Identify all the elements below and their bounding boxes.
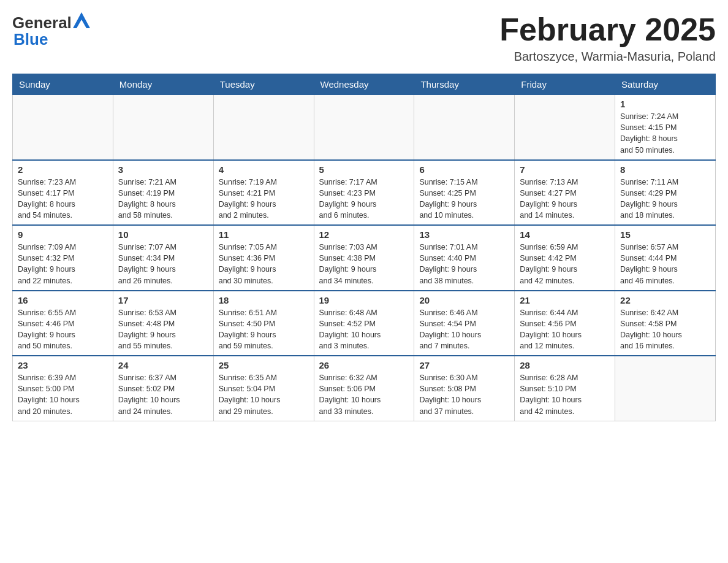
day-info: Sunrise: 6:46 AMSunset: 4:54 PMDaylight:… [419, 307, 509, 352]
day-number: 7 [520, 164, 610, 175]
day-info: Sunrise: 7:09 AMSunset: 4:32 PMDaylight:… [18, 242, 108, 286]
calendar-cell: 1Sunrise: 7:24 AMSunset: 4:15 PMDaylight… [615, 95, 716, 160]
day-info: Sunrise: 6:59 AMSunset: 4:42 PMDaylight:… [520, 242, 610, 286]
day-number: 28 [520, 360, 610, 370]
calendar-cell [213, 95, 314, 160]
day-number: 5 [319, 164, 409, 175]
calendar-cell: 23Sunrise: 6:39 AMSunset: 5:00 PMDayligh… [13, 356, 113, 421]
calendar-cell: 24Sunrise: 6:37 AMSunset: 5:02 PMDayligh… [113, 356, 213, 421]
calendar-cell: 5Sunrise: 7:17 AMSunset: 4:23 PMDaylight… [314, 160, 414, 226]
day-info: Sunrise: 6:55 AMSunset: 4:46 PMDaylight:… [18, 307, 108, 352]
day-info: Sunrise: 6:51 AMSunset: 4:50 PMDaylight:… [219, 307, 309, 352]
calendar-cell [113, 95, 213, 160]
day-info: Sunrise: 7:03 AMSunset: 4:38 PMDaylight:… [319, 242, 409, 286]
day-number: 3 [118, 164, 208, 175]
day-number: 11 [219, 229, 309, 240]
day-info: Sunrise: 7:19 AMSunset: 4:21 PMDaylight:… [219, 177, 309, 221]
calendar-cell: 18Sunrise: 6:51 AMSunset: 4:50 PMDayligh… [213, 291, 314, 356]
day-number: 20 [419, 295, 509, 305]
day-info: Sunrise: 6:57 AMSunset: 4:44 PMDaylight:… [620, 242, 710, 286]
calendar-cell: 4Sunrise: 7:19 AMSunset: 4:21 PMDaylight… [213, 160, 314, 226]
calendar-cell [615, 356, 716, 421]
day-info: Sunrise: 7:17 AMSunset: 4:23 PMDaylight:… [319, 177, 409, 221]
weekday-header-thursday: Thursday [414, 74, 515, 95]
calendar-cell: 11Sunrise: 7:05 AMSunset: 4:36 PMDayligh… [213, 225, 314, 291]
week-row-2: 2Sunrise: 7:23 AMSunset: 4:17 PMDaylight… [13, 160, 716, 226]
logo-blue-text: Blue [13, 30, 48, 48]
weekday-header-wednesday: Wednesday [314, 74, 414, 95]
calendar-cell: 16Sunrise: 6:55 AMSunset: 4:46 PMDayligh… [13, 291, 113, 356]
weekday-header-friday: Friday [515, 74, 615, 95]
calendar-cell [414, 95, 515, 160]
calendar-cell: 25Sunrise: 6:35 AMSunset: 5:04 PMDayligh… [213, 356, 314, 421]
day-info: Sunrise: 6:37 AMSunset: 5:02 PMDaylight:… [118, 372, 208, 417]
calendar-cell [515, 95, 615, 160]
week-row-1: 1Sunrise: 7:24 AMSunset: 4:15 PMDaylight… [13, 95, 716, 160]
calendar-cell: 21Sunrise: 6:44 AMSunset: 4:56 PMDayligh… [515, 291, 615, 356]
day-info: Sunrise: 7:15 AMSunset: 4:25 PMDaylight:… [419, 177, 509, 221]
calendar-cell: 2Sunrise: 7:23 AMSunset: 4:17 PMDaylight… [13, 160, 113, 226]
title-section: February 2025 Bartoszyce, Warmia-Masuria… [499, 12, 716, 64]
calendar-cell: 27Sunrise: 6:30 AMSunset: 5:08 PMDayligh… [414, 356, 515, 421]
calendar-cell: 15Sunrise: 6:57 AMSunset: 4:44 PMDayligh… [615, 225, 716, 291]
day-number: 24 [118, 360, 208, 370]
calendar-cell: 26Sunrise: 6:32 AMSunset: 5:06 PMDayligh… [314, 356, 414, 421]
day-number: 25 [219, 360, 309, 370]
calendar-table: SundayMondayTuesdayWednesdayThursdayFrid… [12, 74, 716, 421]
day-info: Sunrise: 6:44 AMSunset: 4:56 PMDaylight:… [520, 307, 610, 352]
day-info: Sunrise: 7:01 AMSunset: 4:40 PMDaylight:… [419, 242, 509, 286]
day-info: Sunrise: 7:07 AMSunset: 4:34 PMDaylight:… [118, 242, 208, 286]
weekday-header-saturday: Saturday [615, 74, 716, 95]
logo: General Blue [12, 12, 90, 49]
day-number: 1 [620, 99, 710, 109]
day-info: Sunrise: 6:35 AMSunset: 5:04 PMDaylight:… [219, 372, 309, 417]
week-row-3: 9Sunrise: 7:09 AMSunset: 4:32 PMDaylight… [13, 225, 716, 291]
calendar-cell: 20Sunrise: 6:46 AMSunset: 4:54 PMDayligh… [414, 291, 515, 356]
calendar-cell: 28Sunrise: 6:28 AMSunset: 5:10 PMDayligh… [515, 356, 615, 421]
day-info: Sunrise: 7:21 AMSunset: 4:19 PMDaylight:… [118, 177, 208, 221]
day-info: Sunrise: 6:28 AMSunset: 5:10 PMDaylight:… [520, 372, 610, 417]
calendar-cell: 13Sunrise: 7:01 AMSunset: 4:40 PMDayligh… [414, 225, 515, 291]
day-number: 10 [118, 229, 208, 240]
day-info: Sunrise: 7:23 AMSunset: 4:17 PMDaylight:… [18, 177, 108, 221]
day-number: 9 [18, 229, 108, 240]
calendar-cell: 3Sunrise: 7:21 AMSunset: 4:19 PMDaylight… [113, 160, 213, 226]
calendar-cell: 7Sunrise: 7:13 AMSunset: 4:27 PMDaylight… [515, 160, 615, 226]
calendar-cell [13, 95, 113, 160]
day-info: Sunrise: 7:13 AMSunset: 4:27 PMDaylight:… [520, 177, 610, 221]
day-number: 12 [319, 229, 409, 240]
week-row-4: 16Sunrise: 6:55 AMSunset: 4:46 PMDayligh… [13, 291, 716, 356]
weekday-header-row: SundayMondayTuesdayWednesdayThursdayFrid… [13, 74, 716, 95]
day-number: 27 [419, 360, 509, 370]
day-number: 21 [520, 295, 610, 305]
day-info: Sunrise: 6:39 AMSunset: 5:00 PMDaylight:… [18, 372, 108, 417]
calendar-cell [314, 95, 414, 160]
calendar-cell: 12Sunrise: 7:03 AMSunset: 4:38 PMDayligh… [314, 225, 414, 291]
day-number: 15 [620, 229, 710, 240]
weekday-header-sunday: Sunday [13, 74, 113, 95]
day-info: Sunrise: 7:24 AMSunset: 4:15 PMDaylight:… [620, 111, 710, 156]
month-title: February 2025 [499, 12, 716, 47]
page-header: General Blue February 2025 Bartoszyce, W… [12, 12, 716, 64]
day-number: 2 [18, 164, 108, 175]
day-info: Sunrise: 7:05 AMSunset: 4:36 PMDaylight:… [219, 242, 309, 286]
calendar-cell: 22Sunrise: 6:42 AMSunset: 4:58 PMDayligh… [615, 291, 716, 356]
calendar-cell: 6Sunrise: 7:15 AMSunset: 4:25 PMDaylight… [414, 160, 515, 226]
day-info: Sunrise: 7:11 AMSunset: 4:29 PMDaylight:… [620, 177, 710, 221]
day-number: 23 [18, 360, 108, 370]
week-row-5: 23Sunrise: 6:39 AMSunset: 5:00 PMDayligh… [13, 356, 716, 421]
day-number: 19 [319, 295, 409, 305]
logo-triangle-icon [73, 12, 90, 28]
day-number: 4 [219, 164, 309, 175]
day-number: 14 [520, 229, 610, 240]
day-info: Sunrise: 6:30 AMSunset: 5:08 PMDaylight:… [419, 372, 509, 417]
calendar-cell: 10Sunrise: 7:07 AMSunset: 4:34 PMDayligh… [113, 225, 213, 291]
day-number: 13 [419, 229, 509, 240]
weekday-header-tuesday: Tuesday [213, 74, 314, 95]
location-text: Bartoszyce, Warmia-Masuria, Poland [499, 50, 716, 64]
day-number: 8 [620, 164, 710, 175]
calendar-cell: 19Sunrise: 6:48 AMSunset: 4:52 PMDayligh… [314, 291, 414, 356]
calendar-cell: 8Sunrise: 7:11 AMSunset: 4:29 PMDaylight… [615, 160, 716, 226]
calendar-cell: 14Sunrise: 6:59 AMSunset: 4:42 PMDayligh… [515, 225, 615, 291]
day-number: 26 [319, 360, 409, 370]
